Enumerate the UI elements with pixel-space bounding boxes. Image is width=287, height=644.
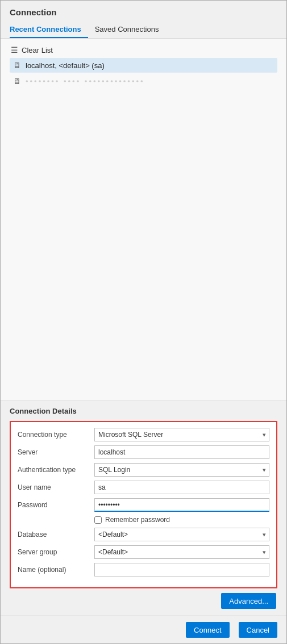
connections-area: ☰ Clear List 🖥 localhost, <default> (sa)… bbox=[1, 39, 286, 401]
tabs-bar: Recent Connections Saved Connections bbox=[1, 22, 286, 39]
auth-type-select-wrapper[interactable]: SQL Login bbox=[94, 463, 269, 477]
name-optional-row: Name (optional) bbox=[18, 563, 269, 576]
connection-icon: 🖥 bbox=[13, 61, 21, 70]
connection-type-label: Connection type bbox=[18, 431, 94, 439]
connection-item[interactable]: 🖥 localhost, <default> (sa) bbox=[10, 58, 277, 73]
details-form: Connection type Microsoft SQL Server Ser… bbox=[10, 421, 277, 588]
database-select[interactable]: <Default> bbox=[94, 528, 269, 541]
connection-type-select-wrapper[interactable]: Microsoft SQL Server bbox=[94, 428, 269, 441]
clear-list-icon: ☰ bbox=[11, 45, 18, 54]
password-label: Password bbox=[18, 501, 94, 509]
server-input[interactable] bbox=[94, 445, 269, 459]
server-group-row: Server group <Default> bbox=[18, 545, 269, 559]
auth-type-label: Authentication type bbox=[18, 466, 94, 474]
connection-item-text: localhost, <default> (sa) bbox=[26, 61, 105, 70]
connection-type-select[interactable]: Microsoft SQL Server bbox=[94, 428, 269, 441]
remember-password-row: Remember password bbox=[94, 516, 269, 524]
connection-item[interactable]: 🖥 •••••••• •••• •••••••••••••• bbox=[10, 74, 277, 89]
tab-recent-connections[interactable]: Recent Connections bbox=[10, 22, 88, 38]
server-group-label: Server group bbox=[18, 548, 94, 556]
username-row: User name bbox=[18, 481, 269, 494]
auth-type-row: Authentication type SQL Login bbox=[18, 463, 269, 477]
server-row: Server bbox=[18, 445, 269, 459]
database-row: Database <Default> bbox=[18, 528, 269, 541]
advanced-button[interactable]: Advanced... bbox=[221, 593, 276, 609]
database-select-wrapper[interactable]: <Default> bbox=[94, 528, 269, 541]
cancel-button[interactable]: Cancel bbox=[239, 622, 277, 638]
remember-password-checkbox[interactable] bbox=[94, 516, 102, 524]
password-row: Password bbox=[18, 498, 269, 512]
window-title: Connection bbox=[1, 1, 286, 22]
clear-list-button[interactable]: ☰ Clear List bbox=[10, 43, 277, 57]
server-group-select-wrapper[interactable]: <Default> bbox=[94, 545, 269, 559]
tab-saved-connections[interactable]: Saved Connections bbox=[95, 22, 166, 38]
details-title: Connection Details bbox=[10, 407, 277, 415]
server-label: Server bbox=[18, 448, 94, 456]
auth-type-select[interactable]: SQL Login bbox=[94, 463, 269, 477]
remember-password-label: Remember password bbox=[105, 516, 170, 524]
clear-list-label: Clear List bbox=[22, 46, 53, 54]
name-optional-label: Name (optional) bbox=[18, 566, 94, 574]
connection-item-text: •••••••• •••• •••••••••••••• bbox=[26, 77, 145, 86]
username-input[interactable] bbox=[94, 481, 269, 494]
password-input[interactable] bbox=[94, 498, 269, 512]
username-label: User name bbox=[18, 483, 94, 491]
connection-type-row: Connection type Microsoft SQL Server bbox=[18, 428, 269, 441]
advanced-button-row: Advanced... bbox=[10, 593, 277, 609]
connection-details-section: Connection Details Connection type Micro… bbox=[1, 401, 286, 616]
bottom-bar: Connect Cancel bbox=[1, 616, 286, 643]
server-group-select[interactable]: <Default> bbox=[94, 545, 269, 559]
name-optional-input[interactable] bbox=[94, 563, 269, 576]
connection-icon: 🖥 bbox=[13, 77, 21, 86]
database-label: Database bbox=[18, 531, 94, 538]
connect-button[interactable]: Connect bbox=[186, 622, 229, 638]
connection-window: Connection Recent Connections Saved Conn… bbox=[0, 0, 287, 644]
